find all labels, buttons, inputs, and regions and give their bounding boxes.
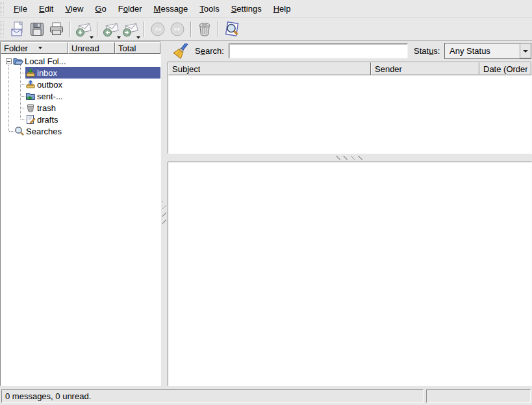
find-messages-button[interactable] [222, 19, 242, 39]
folder-item-searches[interactable]: Searches [1, 125, 160, 137]
find-icon [223, 20, 241, 38]
menu-file[interactable]: File [8, 1, 33, 16]
unread-column-label: Unread [71, 43, 99, 53]
subject-column-label: Subject [172, 64, 200, 74]
folder-tree: Local Fol... inbox [1, 54, 160, 386]
menu-folder[interactable]: Folder [112, 1, 148, 16]
folder-label: inbox [37, 68, 57, 78]
chevron-down-icon [523, 50, 528, 53]
folder-label: trash [37, 103, 56, 113]
menu-view[interactable]: View [59, 1, 89, 16]
next-icon [169, 21, 186, 38]
check-mail-button[interactable] [74, 19, 94, 39]
status-message-panel: 0 messages, 0 unread. [1, 389, 424, 403]
sender-column-label: Sender [375, 64, 402, 74]
previous-icon [149, 21, 166, 38]
quick-search-bar: Search: Status: Any Status [168, 41, 532, 62]
message-preview-pane[interactable] [168, 162, 532, 386]
menubar-grip[interactable] [1, 2, 4, 16]
next-message-button [168, 19, 187, 39]
sort-descending-icon [38, 47, 42, 49]
forward-button[interactable] [121, 19, 140, 39]
date-column-label: Date (Order of Arrival) [483, 64, 527, 74]
main-area: Folder Unread Total [0, 41, 532, 387]
folder-list-header: Folder Unread Total [1, 42, 160, 54]
folder-label: outbox [37, 80, 62, 90]
menu-tools[interactable]: Tools [194, 1, 225, 16]
check-mail-dropdown-arrow[interactable] [90, 36, 94, 39]
reply-icon [103, 21, 120, 38]
horizontal-splitter[interactable] [168, 154, 532, 162]
inbox-icon [25, 68, 36, 78]
toolbar-separator [70, 21, 71, 37]
reply-button[interactable] [101, 19, 121, 39]
search-input[interactable] [229, 43, 408, 58]
drafts-icon [25, 114, 36, 125]
date-column-header[interactable]: Date (Order of Arrival) [479, 62, 531, 75]
combobox-arrow-button[interactable] [520, 43, 531, 58]
folder-label: Searches [26, 127, 62, 136]
print-icon [48, 21, 65, 38]
sender-column-header[interactable]: Sender [371, 62, 479, 75]
broom-icon[interactable] [173, 43, 188, 59]
toolbar-separator [190, 21, 192, 37]
toolbar-grip[interactable] [1, 21, 4, 38]
menu-message[interactable]: Message [148, 1, 194, 16]
menu-bar: File Edit View Go Folder Message Tools S… [0, 0, 532, 18]
collapse-expander-icon[interactable] [6, 58, 12, 64]
message-list-header: Subject Sender Date (Order of Arrival) [168, 62, 531, 75]
folder-item-local-folders[interactable]: Local Fol... [1, 55, 160, 67]
outbox-icon [25, 79, 36, 90]
save-icon [29, 21, 45, 38]
menu-go[interactable]: Go [89, 1, 112, 16]
open-folder-icon [13, 56, 23, 66]
message-area: Search: Status: Any Status Subject [168, 41, 532, 386]
menu-edit[interactable]: Edit [33, 1, 59, 16]
status-filter-combobox[interactable]: Any Status [444, 43, 531, 59]
folder-item-trash[interactable]: trash [1, 102, 160, 114]
new-message-icon [9, 21, 26, 38]
status-filter-value: Any Status [445, 46, 520, 56]
save-button[interactable] [27, 19, 47, 39]
folder-label: Local Fol... [25, 56, 66, 66]
folder-item-sent-mail[interactable]: sent-... [1, 90, 160, 102]
search-label: Search: [195, 46, 224, 56]
toolbar-separator [97, 21, 98, 37]
forward-dropdown-arrow[interactable] [136, 36, 140, 39]
folder-label: sent-... [37, 92, 63, 101]
menu-help[interactable]: Help [268, 1, 297, 16]
trash-button[interactable] [195, 19, 214, 39]
main-toolbar [0, 18, 532, 41]
folder-item-drafts[interactable]: drafts [1, 114, 160, 125]
total-column-header[interactable]: Total [115, 42, 160, 54]
splitter-grip[interactable] [336, 156, 364, 160]
subject-column-header[interactable]: Subject [168, 62, 371, 75]
status-message: 0 messages, 0 unread. [5, 391, 91, 401]
folder-item-inbox[interactable]: inbox [1, 67, 160, 79]
status-bar: 0 messages, 0 unread. [0, 387, 532, 405]
status-label: Status: [414, 46, 440, 56]
toolbar-separator [144, 21, 145, 37]
previous-message-button [148, 19, 168, 39]
new-message-button[interactable] [8, 19, 27, 39]
vertical-splitter[interactable] [161, 41, 168, 387]
print-button[interactable] [47, 19, 66, 39]
splitter-grip[interactable] [162, 201, 166, 227]
sent-mail-icon [25, 91, 36, 101]
folder-column-header[interactable]: Folder [1, 42, 68, 54]
message-list-body[interactable] [168, 75, 531, 153]
unread-column-header[interactable]: Unread [68, 42, 115, 54]
folder-item-outbox[interactable]: outbox [1, 79, 160, 90]
kmail-window: File Edit View Go Folder Message Tools S… [0, 0, 532, 405]
folder-column-label: Folder [4, 43, 28, 53]
status-progress-panel [426, 389, 531, 403]
total-column-label: Total [118, 43, 136, 53]
menu-settings[interactable]: Settings [225, 1, 268, 16]
check-mail-icon [75, 21, 92, 38]
message-list: Subject Sender Date (Order of Arrival) [168, 62, 532, 154]
forward-icon [122, 21, 139, 38]
trash-icon [196, 21, 213, 38]
folder-label: drafts [37, 115, 58, 125]
searches-icon [14, 126, 25, 136]
toolbar-separator [218, 21, 219, 37]
